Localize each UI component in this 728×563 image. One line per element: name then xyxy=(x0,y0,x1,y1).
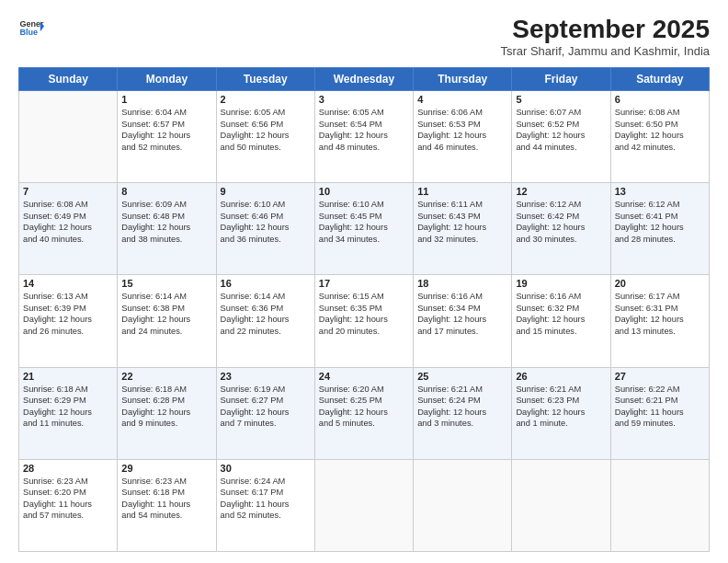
cell-info-line: and 46 minutes. xyxy=(417,142,507,154)
cell-info-line: and 54 minutes. xyxy=(121,510,211,522)
calendar-cell: 18Sunrise: 6:16 AMSunset: 6:34 PMDayligh… xyxy=(414,275,512,367)
day-number: 7 xyxy=(23,186,113,197)
cell-info-line: Sunrise: 6:20 AM xyxy=(319,384,409,396)
cell-info-line: Daylight: 12 hours xyxy=(221,314,311,326)
cell-info-line: Daylight: 12 hours xyxy=(221,130,311,142)
cell-info-line: and 24 minutes. xyxy=(121,326,211,338)
day-number: 2 xyxy=(221,94,311,105)
calendar-cell: 29Sunrise: 6:23 AMSunset: 6:18 PMDayligh… xyxy=(118,459,216,551)
calendar-cell: 23Sunrise: 6:19 AMSunset: 6:27 PMDayligh… xyxy=(216,367,314,459)
cell-info-line: Daylight: 12 hours xyxy=(516,407,606,419)
day-number: 21 xyxy=(23,371,113,382)
calendar-cell: 1Sunrise: 6:04 AMSunset: 6:57 PMDaylight… xyxy=(118,91,216,183)
calendar-cell xyxy=(610,459,709,551)
cell-info-line: Daylight: 12 hours xyxy=(121,314,211,326)
cell-info-line: Sunset: 6:54 PM xyxy=(319,119,409,131)
cell-info-line: Sunset: 6:23 PM xyxy=(516,395,606,407)
calendar-cell: 20Sunrise: 6:17 AMSunset: 6:31 PMDayligh… xyxy=(610,275,709,367)
cell-info-line: Daylight: 12 hours xyxy=(319,314,409,326)
cell-info-line: Sunset: 6:25 PM xyxy=(319,395,409,407)
day-number: 1 xyxy=(121,94,211,105)
cell-info-line: Sunrise: 6:21 AM xyxy=(516,384,606,396)
cell-info-line: Sunset: 6:48 PM xyxy=(121,211,211,223)
svg-text:Blue: Blue xyxy=(19,28,38,37)
cell-info-line: Sunset: 6:21 PM xyxy=(615,395,705,407)
day-number: 16 xyxy=(221,278,311,289)
day-number: 25 xyxy=(417,371,507,382)
cell-info-line: Sunset: 6:29 PM xyxy=(23,395,113,407)
cell-info-line: and 34 minutes. xyxy=(319,234,409,246)
header-monday: Monday xyxy=(118,68,216,91)
calendar-cell: 5Sunrise: 6:07 AMSunset: 6:52 PMDaylight… xyxy=(512,91,610,183)
calendar-cell: 7Sunrise: 6:08 AMSunset: 6:49 PMDaylight… xyxy=(19,183,118,275)
cell-info-line: and 9 minutes. xyxy=(121,418,211,430)
day-number: 9 xyxy=(221,186,311,197)
cell-info-line: Sunset: 6:32 PM xyxy=(516,303,606,315)
calendar-header-row: SundayMondayTuesdayWednesdayThursdayFrid… xyxy=(19,68,710,91)
cell-info-line: Daylight: 11 hours xyxy=(221,499,311,511)
day-number: 30 xyxy=(221,463,311,474)
cell-info-line: Sunset: 6:38 PM xyxy=(121,303,211,315)
cell-info-line: Sunrise: 6:14 AM xyxy=(121,291,211,303)
cell-info-line: Sunrise: 6:04 AM xyxy=(121,107,211,119)
calendar-cell: 27Sunrise: 6:22 AMSunset: 6:21 PMDayligh… xyxy=(610,367,709,459)
cell-info-line: Sunrise: 6:06 AM xyxy=(417,107,507,119)
cell-info-line: Sunset: 6:20 PM xyxy=(23,487,113,499)
cell-info-line: Daylight: 12 hours xyxy=(319,130,409,142)
cell-info-line: Sunrise: 6:17 AM xyxy=(615,291,705,303)
cell-info-line: Sunset: 6:18 PM xyxy=(121,487,211,499)
day-number: 10 xyxy=(319,186,409,197)
calendar-cell: 19Sunrise: 6:16 AMSunset: 6:32 PMDayligh… xyxy=(512,275,610,367)
cell-info-line: Sunset: 6:31 PM xyxy=(615,303,705,315)
cell-info-line: Sunrise: 6:11 AM xyxy=(417,199,507,211)
calendar-cell: 24Sunrise: 6:20 AMSunset: 6:25 PMDayligh… xyxy=(314,367,413,459)
calendar-cell: 14Sunrise: 6:13 AMSunset: 6:39 PMDayligh… xyxy=(19,275,118,367)
cell-info-line: Sunrise: 6:23 AM xyxy=(23,476,113,488)
cell-info-line: Sunset: 6:53 PM xyxy=(417,119,507,131)
day-number: 6 xyxy=(615,94,705,105)
header-sunday: Sunday xyxy=(19,68,118,91)
calendar-cell: 30Sunrise: 6:24 AMSunset: 6:17 PMDayligh… xyxy=(216,459,314,551)
day-number: 28 xyxy=(23,463,113,474)
cell-info-line: Daylight: 12 hours xyxy=(23,222,113,234)
logo: General Blue xyxy=(18,15,44,40)
cell-info-line: Sunrise: 6:18 AM xyxy=(121,384,211,396)
day-number: 17 xyxy=(319,278,409,289)
calendar-cell: 11Sunrise: 6:11 AMSunset: 6:43 PMDayligh… xyxy=(414,183,512,275)
day-number: 20 xyxy=(615,278,705,289)
cell-info-line: Daylight: 12 hours xyxy=(417,130,507,142)
cell-info-line: Sunset: 6:42 PM xyxy=(516,211,606,223)
cell-info-line: and 32 minutes. xyxy=(417,234,507,246)
calendar-week-row: 1Sunrise: 6:04 AMSunset: 6:57 PMDaylight… xyxy=(19,91,710,183)
day-number: 18 xyxy=(417,278,507,289)
cell-info-line: and 15 minutes. xyxy=(516,326,606,338)
day-number: 11 xyxy=(417,186,507,197)
day-number: 29 xyxy=(121,463,211,474)
calendar-table: SundayMondayTuesdayWednesdayThursdayFrid… xyxy=(18,67,710,552)
cell-info-line: Sunrise: 6:12 AM xyxy=(615,199,705,211)
calendar-cell: 12Sunrise: 6:12 AMSunset: 6:42 PMDayligh… xyxy=(512,183,610,275)
cell-info-line: and 3 minutes. xyxy=(417,418,507,430)
cell-info-line: Daylight: 12 hours xyxy=(121,407,211,419)
cell-info-line: Daylight: 12 hours xyxy=(319,222,409,234)
day-number: 15 xyxy=(121,278,211,289)
calendar-cell: 4Sunrise: 6:06 AMSunset: 6:53 PMDaylight… xyxy=(414,91,512,183)
cell-info-line: Daylight: 11 hours xyxy=(615,407,705,419)
cell-info-line: and 48 minutes. xyxy=(319,142,409,154)
cell-info-line: and 17 minutes. xyxy=(417,326,507,338)
calendar-week-row: 7Sunrise: 6:08 AMSunset: 6:49 PMDaylight… xyxy=(19,183,710,275)
cell-info-line: Sunrise: 6:24 AM xyxy=(221,476,311,488)
cell-info-line: Daylight: 12 hours xyxy=(417,314,507,326)
month-title: September 2025 xyxy=(500,15,710,44)
calendar-cell: 8Sunrise: 6:09 AMSunset: 6:48 PMDaylight… xyxy=(118,183,216,275)
header: General Blue September 2025 Tsrar Sharif… xyxy=(18,15,710,58)
cell-info-line: Sunset: 6:57 PM xyxy=(121,119,211,131)
cell-info-line: Daylight: 12 hours xyxy=(23,407,113,419)
cell-info-line: and 20 minutes. xyxy=(319,326,409,338)
calendar-week-row: 14Sunrise: 6:13 AMSunset: 6:39 PMDayligh… xyxy=(19,275,710,367)
cell-info-line: Sunset: 6:52 PM xyxy=(516,119,606,131)
cell-info-line: Sunset: 6:34 PM xyxy=(417,303,507,315)
cell-info-line: Sunrise: 6:16 AM xyxy=(417,291,507,303)
cell-info-line: Sunset: 6:50 PM xyxy=(615,119,705,131)
cell-info-line: Sunrise: 6:21 AM xyxy=(417,384,507,396)
